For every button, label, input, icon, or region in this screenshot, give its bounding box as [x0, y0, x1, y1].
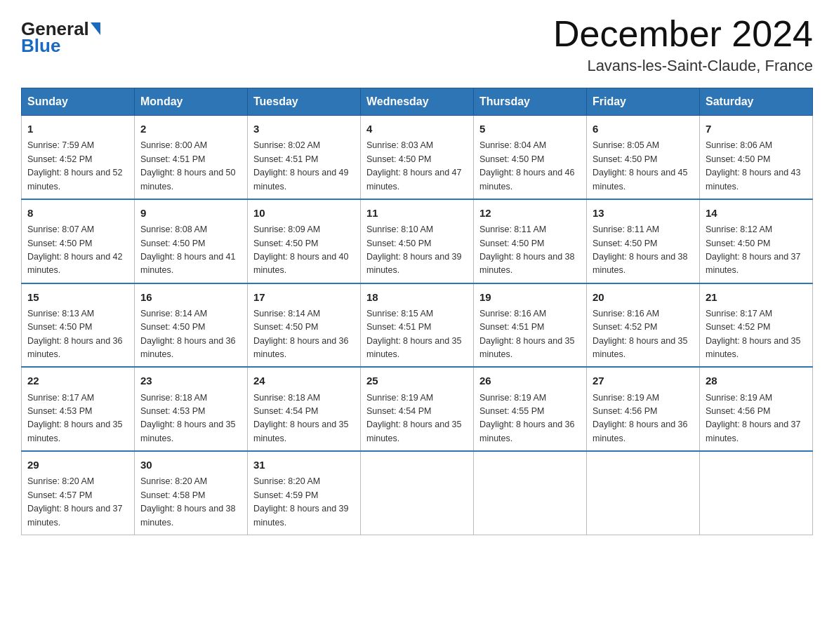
- calendar-cell: 11 Sunrise: 8:10 AM Sunset: 4:50 PM Dayl…: [361, 199, 474, 283]
- day-header-saturday: Saturday: [700, 88, 813, 116]
- daylight-info: Daylight: 8 hours and 35 minutes.: [140, 420, 236, 443]
- logo: General Blue: [21, 20, 100, 57]
- sunrise-info: Sunrise: 8:19 AM: [593, 393, 659, 403]
- sunrise-info: Sunrise: 8:14 AM: [253, 309, 320, 318]
- calendar-cell: [587, 451, 700, 535]
- day-number: 2: [140, 121, 241, 137]
- calendar-cell: 3 Sunrise: 8:02 AM Sunset: 4:51 PM Dayli…: [248, 116, 361, 199]
- calendar-cell: 2 Sunrise: 8:00 AM Sunset: 4:51 PM Dayli…: [135, 116, 248, 199]
- day-number: 17: [253, 289, 355, 305]
- sunset-info: Sunset: 4:51 PM: [140, 154, 205, 164]
- day-header-wednesday: Wednesday: [361, 88, 474, 116]
- sunset-info: Sunset: 4:50 PM: [706, 239, 770, 248]
- day-number: 11: [366, 205, 468, 221]
- sunset-info: Sunset: 4:50 PM: [253, 322, 318, 332]
- calendar-week-row: 1 Sunrise: 7:59 AM Sunset: 4:52 PM Dayli…: [22, 116, 813, 199]
- day-number: 19: [479, 289, 581, 305]
- calendar-week-row: 8 Sunrise: 8:07 AM Sunset: 4:50 PM Dayli…: [22, 199, 813, 283]
- day-number: 4: [366, 121, 468, 137]
- day-number: 20: [593, 289, 694, 305]
- calendar-cell: 31 Sunrise: 8:20 AM Sunset: 4:59 PM Dayl…: [248, 451, 361, 535]
- calendar-cell: 14 Sunrise: 8:12 AM Sunset: 4:50 PM Dayl…: [700, 199, 813, 283]
- day-number: 3: [253, 121, 355, 137]
- sunrise-info: Sunrise: 8:11 AM: [479, 224, 546, 234]
- calendar-cell: 19 Sunrise: 8:16 AM Sunset: 4:51 PM Dayl…: [474, 283, 587, 368]
- calendar-cell: 10 Sunrise: 8:09 AM Sunset: 4:50 PM Dayl…: [248, 199, 361, 283]
- sunrise-info: Sunrise: 8:20 AM: [253, 476, 320, 486]
- sunset-info: Sunset: 4:50 PM: [479, 239, 544, 248]
- logo-blue: Blue: [21, 35, 60, 57]
- sunset-info: Sunset: 4:51 PM: [366, 322, 431, 332]
- location-title: Lavans-les-Saint-Claude, France: [553, 57, 813, 75]
- sunset-info: Sunset: 4:59 PM: [253, 490, 318, 500]
- sunset-info: Sunset: 4:55 PM: [479, 406, 544, 416]
- daylight-info: Daylight: 8 hours and 35 minutes.: [593, 336, 688, 359]
- calendar-cell: [700, 451, 813, 535]
- daylight-info: Daylight: 8 hours and 36 minutes.: [140, 336, 236, 359]
- daylight-info: Daylight: 8 hours and 36 minutes.: [253, 336, 349, 359]
- daylight-info: Daylight: 8 hours and 47 minutes.: [366, 168, 462, 191]
- calendar-cell: 13 Sunrise: 8:11 AM Sunset: 4:50 PM Dayl…: [587, 199, 700, 283]
- sunrise-info: Sunrise: 8:15 AM: [366, 309, 433, 318]
- daylight-info: Daylight: 8 hours and 41 minutes.: [140, 252, 236, 275]
- sunrise-info: Sunrise: 8:19 AM: [706, 393, 772, 403]
- daylight-info: Daylight: 8 hours and 38 minutes.: [479, 252, 575, 275]
- calendar-cell: 26 Sunrise: 8:19 AM Sunset: 4:55 PM Dayl…: [474, 367, 587, 451]
- sunrise-info: Sunrise: 8:02 AM: [253, 140, 320, 150]
- sunrise-info: Sunrise: 8:19 AM: [479, 393, 546, 403]
- daylight-info: Daylight: 8 hours and 49 minutes.: [253, 168, 349, 191]
- calendar-week-row: 29 Sunrise: 8:20 AM Sunset: 4:57 PM Dayl…: [22, 451, 813, 535]
- calendar-cell: 18 Sunrise: 8:15 AM Sunset: 4:51 PM Dayl…: [361, 283, 474, 368]
- daylight-info: Daylight: 8 hours and 36 minutes.: [479, 420, 575, 443]
- calendar-cell: 6 Sunrise: 8:05 AM Sunset: 4:50 PM Dayli…: [587, 116, 700, 199]
- day-header-sunday: Sunday: [22, 88, 135, 116]
- day-number: 28: [706, 373, 807, 389]
- calendar-cell: [361, 451, 474, 535]
- sunset-info: Sunset: 4:58 PM: [140, 490, 205, 500]
- day-number: 24: [253, 373, 355, 389]
- day-number: 8: [27, 205, 128, 221]
- daylight-info: Daylight: 8 hours and 40 minutes.: [253, 252, 349, 275]
- day-number: 30: [140, 457, 241, 473]
- sunset-info: Sunset: 4:56 PM: [706, 406, 770, 416]
- sunrise-info: Sunrise: 8:03 AM: [366, 140, 433, 150]
- day-number: 13: [593, 205, 694, 221]
- day-number: 16: [140, 289, 241, 305]
- sunrise-info: Sunrise: 8:14 AM: [140, 309, 207, 318]
- daylight-info: Daylight: 8 hours and 35 minutes.: [706, 336, 801, 359]
- sunrise-info: Sunrise: 8:08 AM: [140, 224, 207, 234]
- sunrise-info: Sunrise: 8:20 AM: [140, 476, 207, 486]
- sunset-info: Sunset: 4:52 PM: [706, 322, 770, 332]
- day-number: 15: [27, 289, 128, 305]
- day-number: 27: [593, 373, 694, 389]
- daylight-info: Daylight: 8 hours and 52 minutes.: [27, 168, 123, 191]
- day-number: 26: [479, 373, 581, 389]
- sunset-info: Sunset: 4:53 PM: [27, 406, 92, 416]
- day-number: 18: [366, 289, 468, 305]
- sunrise-info: Sunrise: 8:16 AM: [479, 309, 546, 318]
- daylight-info: Daylight: 8 hours and 37 minutes.: [706, 252, 801, 275]
- day-number: 10: [253, 205, 355, 221]
- calendar-cell: 24 Sunrise: 8:18 AM Sunset: 4:54 PM Dayl…: [248, 367, 361, 451]
- daylight-info: Daylight: 8 hours and 38 minutes.: [140, 504, 236, 527]
- sunset-info: Sunset: 4:50 PM: [593, 239, 657, 248]
- sunrise-info: Sunrise: 8:19 AM: [366, 393, 433, 403]
- sunrise-info: Sunrise: 8:00 AM: [140, 140, 207, 150]
- sunrise-info: Sunrise: 8:16 AM: [593, 309, 659, 318]
- sunset-info: Sunset: 4:51 PM: [479, 322, 544, 332]
- sunset-info: Sunset: 4:50 PM: [140, 239, 205, 248]
- daylight-info: Daylight: 8 hours and 35 minutes.: [366, 336, 462, 359]
- day-header-row: SundayMondayTuesdayWednesdayThursdayFrid…: [22, 88, 813, 116]
- calendar-cell: 30 Sunrise: 8:20 AM Sunset: 4:58 PM Dayl…: [135, 451, 248, 535]
- sunrise-info: Sunrise: 8:11 AM: [593, 224, 659, 234]
- sunset-info: Sunset: 4:57 PM: [27, 490, 92, 500]
- calendar-cell: 1 Sunrise: 7:59 AM Sunset: 4:52 PM Dayli…: [22, 116, 135, 199]
- daylight-info: Daylight: 8 hours and 46 minutes.: [479, 168, 575, 191]
- daylight-info: Daylight: 8 hours and 42 minutes.: [27, 252, 123, 275]
- calendar-cell: [474, 451, 587, 535]
- calendar-cell: 16 Sunrise: 8:14 AM Sunset: 4:50 PM Dayl…: [135, 283, 248, 368]
- daylight-info: Daylight: 8 hours and 37 minutes.: [27, 504, 123, 527]
- logo-arrow-icon: [91, 22, 100, 35]
- daylight-info: Daylight: 8 hours and 39 minutes.: [253, 504, 349, 527]
- calendar-cell: 23 Sunrise: 8:18 AM Sunset: 4:53 PM Dayl…: [135, 367, 248, 451]
